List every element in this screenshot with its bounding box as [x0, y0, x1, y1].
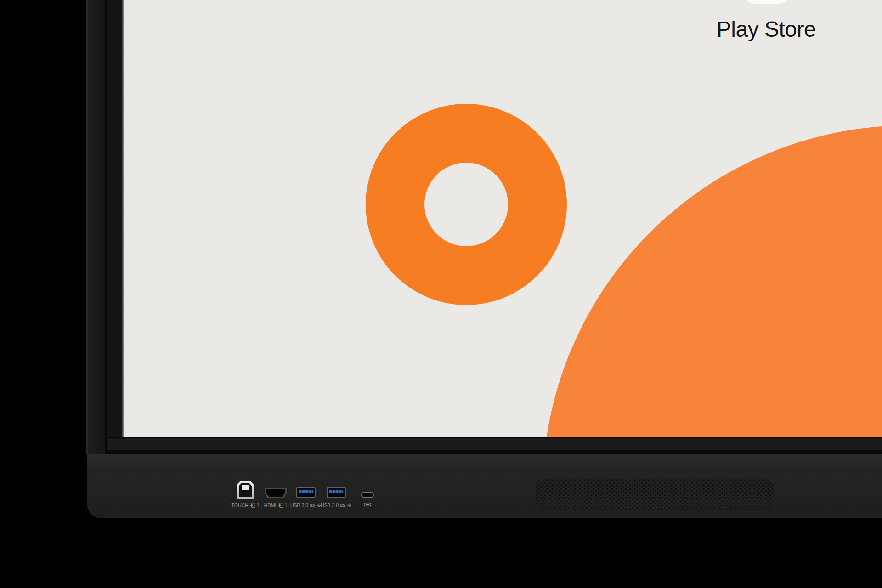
input-icon	[250, 503, 255, 508]
port-label-usb3-2-text: USB 3.0	[321, 503, 339, 508]
usb3-port-1	[296, 487, 316, 498]
bezel-bottom	[107, 437, 882, 450]
usb3-port-2	[327, 487, 346, 498]
port-label-usb-c	[364, 503, 371, 507]
input-icon	[278, 503, 283, 508]
usb-c-icon	[364, 503, 371, 507]
play-store-label[interactable]: Play Store	[702, 17, 831, 42]
usb3-port-2-group: USB 3.0 SS	[320, 487, 353, 508]
port-label-hdmi-number: 1	[285, 503, 288, 508]
superspeed-text: SS	[340, 503, 345, 508]
bezel-left	[107, 0, 122, 437]
usb-ss-icon	[346, 503, 352, 508]
speaker-grille	[536, 479, 773, 510]
hdmi-port-inner	[266, 489, 285, 497]
usb-b-port-tab	[242, 485, 249, 490]
port-label-hdmi: HDMI 1	[264, 503, 288, 508]
orange-circle-graphic	[543, 125, 882, 437]
port-label-touch: TOUCH 1	[232, 503, 260, 508]
usb-c-port	[361, 492, 374, 498]
product-photo-stage: Play Store TOUCH 1	[0, 0, 882, 588]
usb3-port-1-tab	[299, 490, 313, 493]
orange-ring-graphic	[424, 163, 508, 246]
superspeed-text: SS	[310, 503, 315, 508]
port-label-usb3-2: USB 3.0 SS	[321, 503, 352, 508]
hdmi-port	[265, 488, 287, 498]
play-store-app-icon[interactable]	[742, 0, 790, 4]
port-label-hdmi-text: HDMI	[264, 503, 277, 508]
usb-b-touch-port	[237, 481, 254, 499]
display-screen: Play Store	[124, 0, 882, 437]
device-side-edge	[86, 0, 105, 454]
hdmi-port-group: HDMI 1	[259, 488, 292, 508]
usb3-port-1-group: USB 3.0 SS	[289, 487, 322, 508]
port-label-usb3-1: USB 3.0 SS	[290, 503, 322, 508]
usb3-port-2-tab	[329, 490, 343, 493]
bezel-groove	[105, 450, 882, 454]
bottom-panel: TOUCH 1 HDMI 1	[87, 454, 882, 518]
usb-c-port-group	[353, 492, 382, 507]
usb-b-touch-port-group: TOUCH 1	[229, 481, 262, 508]
port-label-touch-text: TOUCH	[232, 503, 249, 508]
port-label-usb3-1-text: USB 3.0	[290, 503, 308, 508]
